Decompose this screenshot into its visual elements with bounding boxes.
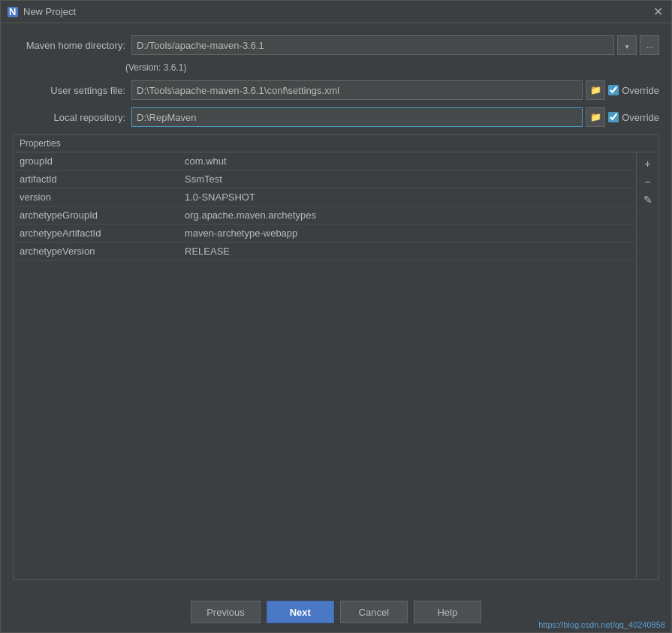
user-settings-input[interactable] <box>131 80 583 100</box>
dialog-footer: Previous Next Cancel Help https://blog.c… <box>1 592 671 632</box>
close-button[interactable]: ✕ <box>650 5 665 20</box>
table-row[interactable]: version1.0-SNAPSHOT <box>14 188 636 206</box>
property-key: archetypeArtifactId <box>14 228 179 239</box>
table-row[interactable]: archetypeVersionRELEASE <box>14 243 636 261</box>
local-repo-input-container: 📁 Override <box>131 107 659 127</box>
property-key: archetypeGroupId <box>14 209 179 221</box>
user-settings-browse-button[interactable]: 📁 <box>586 80 605 100</box>
table-row[interactable]: archetypeGroupIdorg.apache.maven.archety… <box>14 206 636 225</box>
add-property-button[interactable]: + <box>640 155 656 172</box>
new-project-dialog: N New Project ✕ Maven home directory: ..… <box>0 0 672 633</box>
window-title: New Project <box>23 6 650 17</box>
dialog-content: Maven home directory: ... (Version: 3.6.… <box>1 23 671 592</box>
property-value: maven-archetype-webapp <box>179 228 636 239</box>
local-repo-row: Local repository: 📁 Override <box>13 107 659 127</box>
override-label-text2: Override <box>622 112 659 123</box>
help-button[interactable]: Help <box>414 601 481 623</box>
table-row[interactable]: archetypeArtifactIdmaven-archetype-webap… <box>14 225 636 243</box>
remove-property-button[interactable]: − <box>640 173 656 190</box>
user-settings-input-container: 📁 Override <box>131 80 659 100</box>
folder-icon: 📁 <box>590 85 601 95</box>
chevron-down-icon <box>624 40 630 51</box>
maven-home-input[interactable] <box>131 35 614 55</box>
maven-home-browse-button[interactable]: ... <box>640 35 659 55</box>
user-settings-label: User settings file: <box>13 85 125 96</box>
folder-icon: 📁 <box>590 112 601 122</box>
maven-home-input-container: ... <box>131 35 659 55</box>
property-value: RELEASE <box>179 246 636 257</box>
footer-url: https://blog.csdn.net/qq_40240858 <box>538 620 665 629</box>
override-label-text: Override <box>622 85 659 96</box>
property-value: org.apache.maven.archetypes <box>179 209 636 221</box>
property-value: 1.0-SNAPSHOT <box>179 191 636 203</box>
edit-property-button[interactable]: ✎ <box>640 191 656 208</box>
local-repo-browse-button[interactable]: 📁 <box>586 107 605 127</box>
next-button[interactable]: Next <box>267 601 334 623</box>
local-repo-override-checkbox[interactable] <box>608 112 619 122</box>
maven-home-row: Maven home directory: ... <box>13 35 659 55</box>
svg-text:N: N <box>9 6 16 17</box>
title-bar: N New Project ✕ <box>1 1 671 23</box>
table-row[interactable]: groupIdcom.whut <box>14 152 636 170</box>
property-key: archetypeVersion <box>14 246 179 257</box>
properties-section: Properties groupIdcom.whutartifactIdSsmT… <box>13 134 659 580</box>
properties-table-inner: groupIdcom.whutartifactIdSsmTestversion1… <box>14 152 636 579</box>
property-key: version <box>14 191 179 203</box>
local-repo-input[interactable] <box>131 107 583 127</box>
properties-header: Properties <box>14 135 658 152</box>
cancel-button[interactable]: Cancel <box>340 601 408 623</box>
table-row[interactable]: artifactIdSsmTest <box>14 170 636 188</box>
local-repo-override-label[interactable]: Override <box>608 112 659 123</box>
properties-toolbar: + − ✎ <box>636 152 658 579</box>
property-key: groupId <box>14 155 179 167</box>
maven-home-dropdown-button[interactable] <box>617 35 637 55</box>
property-key: artifactId <box>14 173 179 185</box>
app-icon: N <box>7 6 19 18</box>
property-value: com.whut <box>179 155 636 167</box>
user-settings-override-checkbox[interactable] <box>608 85 619 95</box>
properties-table: groupIdcom.whutartifactIdSsmTestversion1… <box>14 152 658 579</box>
user-settings-row: User settings file: 📁 Override <box>13 80 659 100</box>
maven-version-text: (Version: 3.6.1) <box>125 62 659 73</box>
property-value: SsmTest <box>179 173 636 185</box>
user-settings-override-label[interactable]: Override <box>608 85 659 96</box>
local-repo-label: Local repository: <box>13 112 125 123</box>
previous-button[interactable]: Previous <box>191 601 261 623</box>
maven-home-label: Maven home directory: <box>13 40 125 51</box>
